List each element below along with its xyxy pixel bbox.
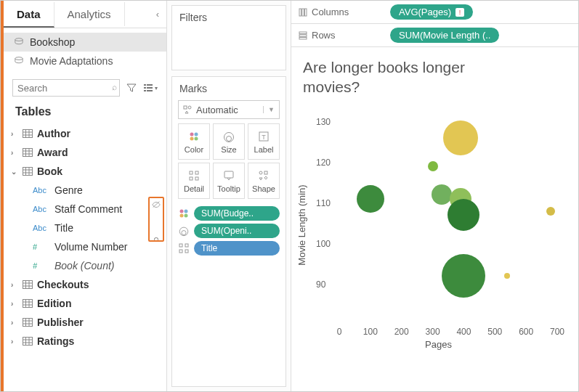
size-icon (178, 225, 190, 237)
svg-rect-67 (179, 244, 182, 247)
svg-text:T: T (262, 134, 266, 141)
table-checkouts[interactable]: ›Checkouts (4, 275, 166, 294)
chevron-icon: ⌄ (11, 168, 18, 176)
svg-rect-33 (23, 319, 33, 327)
chevron-icon: › (11, 281, 18, 289)
svg-rect-5 (147, 87, 153, 89)
columns-pill[interactable]: AVG(Pages) ! (390, 4, 473, 20)
chevron-icon: › (11, 319, 18, 327)
fieldtype-icon: # (33, 261, 50, 270)
detail-icon (178, 242, 190, 254)
columns-pill-label: AVG(Pages) (399, 7, 451, 17)
rows-label: Rows (312, 30, 336, 41)
svg-rect-6 (144, 90, 146, 91)
y-tick: 110 (316, 198, 331, 208)
filter-icon[interactable] (124, 80, 139, 96)
table-icon (23, 299, 33, 308)
field-staff-comment[interactable]: AbcStaff Comment (4, 200, 166, 219)
table-label: Publisher (37, 317, 84, 328)
chart-title[interactable]: Are longer books longer movies? (297, 57, 486, 102)
field-volume-number[interactable]: #Volume Number (4, 237, 166, 256)
svg-point-63 (180, 214, 184, 218)
marks-cell-label: Label (254, 145, 274, 154)
field-label: Volume Number (54, 241, 127, 253)
table-icon (23, 167, 33, 176)
table-edition[interactable]: ›Edition (4, 294, 166, 313)
data-point[interactable] (442, 254, 485, 298)
field-genre[interactable]: AbcGenre (4, 181, 166, 200)
datasource-label: Bookshop (30, 36, 75, 48)
field-title[interactable]: AbcTitle (4, 219, 166, 237)
data-point[interactable] (546, 207, 555, 216)
chart-area[interactable]: Movie Length (min) 901001101201300100200… (304, 102, 572, 348)
marks-color-button[interactable]: Color (178, 123, 210, 160)
data-point[interactable] (432, 184, 452, 205)
y-tick: 130 (316, 117, 331, 127)
tooltip-icon (223, 169, 235, 182)
svg-rect-7 (147, 90, 153, 91)
annotation-highlight (148, 197, 164, 242)
data-point[interactable] (443, 121, 478, 155)
tab-data[interactable]: Data (4, 2, 54, 28)
search-input[interactable] (12, 79, 120, 97)
pill-label[interactable]: SUM(Openi.. (194, 224, 280, 238)
marktype-dropdown[interactable]: Automatic ▼ (178, 100, 280, 119)
table-author[interactable]: ›Author (4, 124, 166, 143)
svg-point-45 (188, 106, 191, 109)
data-point[interactable] (428, 161, 438, 171)
data-point[interactable] (448, 199, 479, 231)
svg-point-1 (15, 57, 23, 60)
view-options-icon[interactable]: ▾ (143, 80, 158, 96)
marks-title: Marks (172, 77, 286, 100)
svg-rect-75 (299, 34, 307, 36)
y-tick: 120 (316, 158, 331, 168)
data-point[interactable] (357, 185, 384, 213)
svg-rect-72 (302, 9, 304, 16)
fieldtype-icon: # (33, 242, 50, 251)
fieldtype-icon: Abc (33, 205, 50, 213)
table-publisher[interactable]: ›Publisher (4, 313, 166, 332)
marks-pill-row[interactable]: Title (178, 241, 280, 256)
marks-cell-label: Size (221, 145, 236, 154)
label-icon: T (258, 130, 270, 143)
marks-shape-button[interactable]: Shape (248, 163, 280, 199)
rows-pill[interactable]: SUM(Movie Length (.. (390, 28, 499, 43)
datasource-movie-adaptations[interactable]: Movie Adaptations (4, 52, 166, 70)
datasource-bookshop[interactable]: Bookshop (4, 33, 166, 52)
marks-label-button[interactable]: TLabel (248, 123, 280, 160)
columns-shelf[interactable]: Columns AVG(Pages) ! (291, 1, 578, 24)
table-icon (23, 318, 33, 327)
field-book-count-[interactable]: #Book (Count) (4, 256, 166, 275)
x-tick: 400 (456, 327, 471, 337)
table-book[interactable]: ⌄Book (4, 162, 166, 181)
marks-tooltip-button[interactable]: Tooltip (213, 163, 245, 199)
tables-header: Tables (4, 101, 166, 124)
field-label: Genre (54, 184, 83, 196)
marks-pill-row[interactable]: SUM(Openi.. (178, 224, 280, 238)
table-label: Author (37, 128, 70, 139)
pill-label[interactable]: Title (194, 241, 280, 256)
svg-point-66 (182, 231, 186, 235)
marks-detail-button[interactable]: Detail (178, 163, 210, 199)
datasource-icon (14, 57, 24, 65)
data-point[interactable] (504, 273, 510, 279)
field-label: Book (Count) (54, 260, 114, 271)
search-icon[interactable]: ⌕ (112, 82, 117, 92)
pill-label[interactable]: SUM(Budge.. (194, 206, 280, 221)
color-icon (188, 130, 200, 143)
marktype-label: Automatic (196, 105, 238, 115)
tab-analytics[interactable]: Analytics (54, 2, 125, 26)
svg-point-65 (179, 227, 188, 236)
x-tick: 500 (487, 327, 502, 337)
filters-shelf[interactable]: Filters (171, 5, 286, 70)
x-tick: 200 (394, 327, 409, 337)
table-ratings[interactable]: ›Ratings (4, 332, 166, 351)
table-award[interactable]: ›Award (4, 143, 166, 162)
marks-size-button[interactable]: Size (213, 123, 245, 160)
svg-point-61 (180, 210, 184, 213)
svg-rect-44 (184, 106, 187, 109)
datasource-icon (14, 38, 24, 46)
collapse-left-icon[interactable]: ‹ (149, 6, 166, 23)
marks-pill-row[interactable]: SUM(Budge.. (178, 206, 280, 221)
rows-shelf[interactable]: Rows SUM(Movie Length (.. (291, 24, 578, 47)
